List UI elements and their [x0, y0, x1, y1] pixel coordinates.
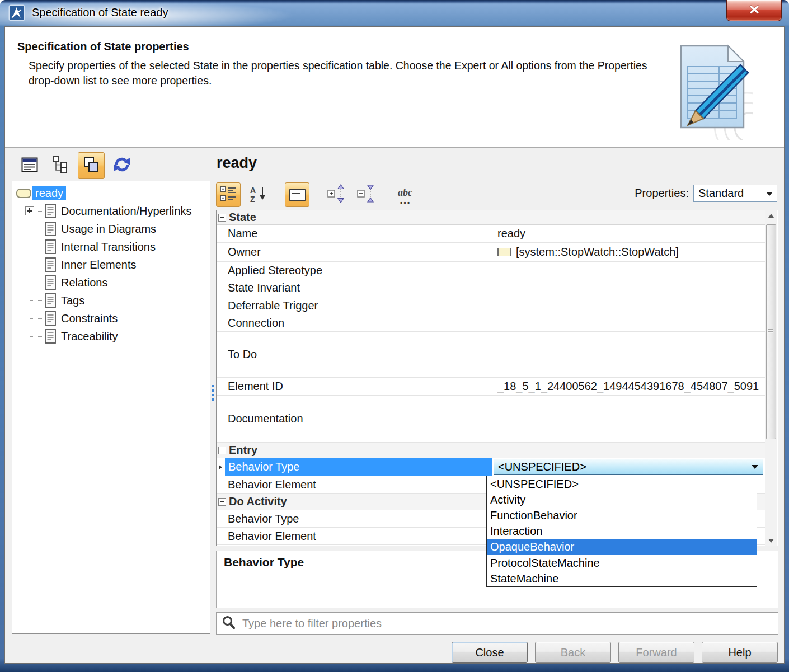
property-row-applied-stereotype[interactable]: Applied Stereotype: [217, 262, 765, 279]
expand-all-icon: [327, 184, 346, 205]
selected-row-marker-icon: [219, 465, 222, 469]
dropdown-option-opaquebehavior[interactable]: OpaqueBehavior: [487, 539, 757, 555]
dialog-toolbar: [16, 152, 135, 179]
dropdown-option-unspecified[interactable]: <UNSPECIFIED>: [487, 476, 757, 492]
dropdown-option-activity[interactable]: Activity: [487, 492, 757, 507]
filter-properties-input[interactable]: [241, 617, 778, 631]
panel-splitter-handle[interactable]: [212, 385, 214, 402]
description-area-icon: [289, 189, 306, 201]
show-description-button[interactable]: [285, 182, 309, 207]
categorized-view-icon: [219, 185, 237, 204]
document-page-icon: [44, 293, 57, 308]
document-page-icon: [44, 257, 57, 272]
form-view-icon: [21, 157, 38, 175]
dialog-client-area: Specification of State properties Specif…: [4, 26, 785, 664]
abc-icon: abc ...: [398, 188, 412, 202]
collapse-all-button[interactable]: [354, 182, 378, 207]
property-row-documentation[interactable]: Documentation: [217, 396, 765, 443]
window-title: Specification of State ready: [32, 6, 168, 19]
header-title: Specification of State properties: [17, 40, 189, 53]
behavior-type-combobox[interactable]: <UNSPECIFIED>: [494, 459, 763, 475]
tree-item-constraints[interactable]: Constraints: [12, 309, 210, 327]
refresh-icon: [113, 156, 131, 176]
dialog-button-bar: Close Back Forward Help: [452, 642, 778, 663]
properties-toolbar: A Z: [216, 182, 778, 208]
help-button[interactable]: Help: [702, 642, 778, 663]
document-page-icon: [44, 203, 57, 219]
tree-root-node[interactable]: ready: [12, 184, 210, 202]
scroll-up-icon[interactable]: [765, 210, 777, 220]
close-dialog-button[interactable]: Close: [452, 642, 528, 663]
back-button: Back: [535, 642, 611, 663]
tree-view-icon: [52, 156, 69, 176]
forward-button: Forward: [618, 642, 694, 663]
chevron-down-icon: [766, 192, 773, 196]
section-header-entry[interactable]: Entry: [217, 443, 765, 458]
document-pencil-illustration: [673, 41, 753, 140]
dropdown-option-interaction[interactable]: Interaction: [487, 524, 757, 539]
expand-all-button[interactable]: [324, 182, 349, 207]
header-panel: Specification of State properties Specif…: [5, 27, 784, 148]
specification-tree-panel: ready Documentation/Hyperlinks Usage in …: [12, 181, 210, 634]
document-page-icon: [44, 275, 57, 290]
chevron-down-icon: [752, 465, 758, 469]
selected-node-title: ready: [217, 154, 257, 172]
app-icon: [8, 4, 25, 21]
close-button[interactable]: [726, 0, 782, 21]
dropdown-option-statemachine[interactable]: StateMachine: [487, 571, 757, 586]
collapse-section-icon[interactable]: [218, 498, 226, 506]
behavior-type-dropdown-list: <UNSPECIFIED> Activity FunctionBehavior …: [486, 476, 757, 587]
properties-scrollbar[interactable]: [765, 210, 777, 546]
refresh-button[interactable]: [109, 152, 135, 179]
specification-dialog-window: { "window": { "title": "Specification of…: [0, 0, 789, 672]
form-view-button[interactable]: [16, 152, 43, 179]
sort-az-icon: A Z: [248, 186, 267, 204]
stack-view-button[interactable]: [78, 152, 105, 179]
document-page-icon: [44, 311, 57, 326]
filter-bar: [216, 612, 778, 635]
property-row-deferrable-trigger[interactable]: Deferrable Trigger: [217, 297, 765, 314]
tree-view-button[interactable]: [47, 152, 74, 179]
document-page-icon: [44, 239, 57, 255]
properties-mode-combobox[interactable]: Standard: [693, 185, 777, 202]
dropdown-option-protocolstatemachine[interactable]: ProtocolStateMachine: [487, 555, 757, 571]
tree-item-relations[interactable]: Relations: [12, 274, 210, 292]
expand-plus-icon[interactable]: [25, 206, 34, 215]
owner-element-icon: [497, 248, 511, 256]
tree-item-tags[interactable]: Tags: [12, 292, 210, 309]
document-page-icon: [44, 328, 57, 344]
tree-item-internal-transitions[interactable]: Internal Transitions: [12, 238, 210, 256]
property-row-name[interactable]: Name ready: [217, 225, 765, 243]
tree-item-inner-elements[interactable]: Inner Elements: [12, 256, 210, 274]
collapse-section-icon[interactable]: [218, 214, 226, 222]
property-row-owner[interactable]: Owner [system::StopWatch::StopWatch]: [217, 243, 765, 262]
show-full-values-button[interactable]: abc ...: [393, 182, 417, 207]
property-row-connection[interactable]: Connection: [217, 314, 765, 332]
scroll-down-icon[interactable]: [765, 535, 777, 546]
properties-mode-label: Properties:: [635, 187, 689, 200]
sort-alphabetically-button[interactable]: A Z: [246, 182, 270, 207]
property-row-entry-behavior-type[interactable]: Behavior Type <UNSPECIFIED>: [217, 458, 765, 476]
section-header-state[interactable]: State: [217, 210, 765, 225]
tree-item-documentation-hyperlinks[interactable]: Documentation/Hyperlinks: [12, 202, 210, 220]
tree-item-traceability[interactable]: Traceability: [12, 327, 210, 345]
categorized-view-button[interactable]: [216, 182, 241, 207]
header-description: Specify properties of the selected State…: [29, 58, 655, 88]
property-row-state-invariant[interactable]: State Invariant: [217, 279, 765, 297]
close-icon: [749, 5, 760, 16]
document-page-icon: [44, 221, 57, 237]
property-description-title: Behavior Type: [224, 556, 304, 569]
scrollbar-thumb[interactable]: [766, 224, 776, 439]
dropdown-option-functionbehavior[interactable]: FunctionBehavior: [487, 507, 757, 523]
tree-item-usage-in-diagrams[interactable]: Usage in Diagrams: [12, 220, 210, 238]
property-row-element-id[interactable]: Element ID _18_5_1_24400562_149445439167…: [217, 378, 765, 396]
collapse-section-icon[interactable]: [218, 447, 226, 454]
property-row-to-do[interactable]: To Do: [217, 332, 765, 378]
search-icon: [222, 615, 236, 632]
title-bar[interactable]: Specification of State ready: [0, 0, 789, 26]
tree-root-label: ready: [32, 186, 66, 200]
stack-view-icon: [83, 156, 100, 175]
state-icon: [16, 189, 31, 198]
collapse-all-icon: [356, 184, 375, 205]
